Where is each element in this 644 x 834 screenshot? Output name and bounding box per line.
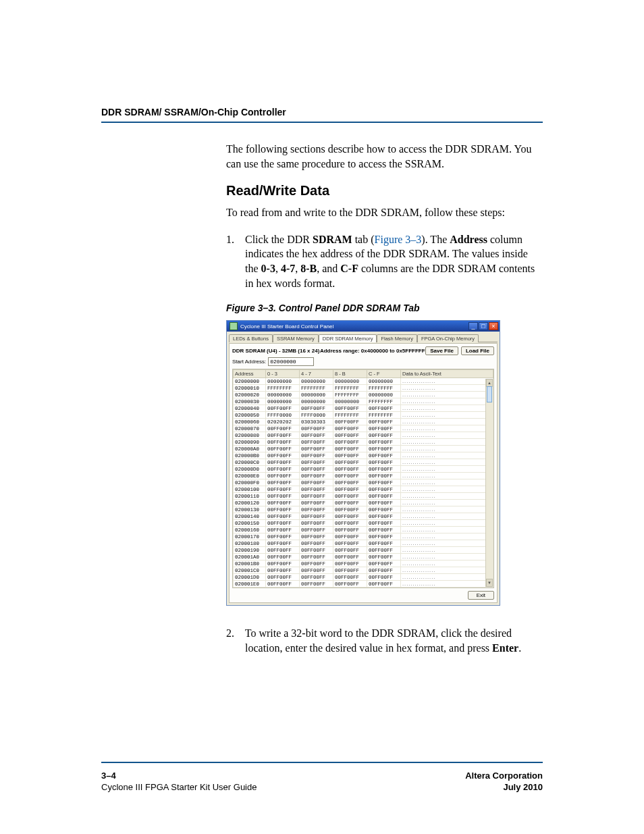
hex-data-cell[interactable]: FFFFFFFF xyxy=(367,412,401,419)
hex-address-cell[interactable]: 02000130 xyxy=(234,506,266,513)
hex-data-cell[interactable]: 00FF00FF xyxy=(266,574,300,581)
hex-data-cell[interactable]: 00000000 xyxy=(266,392,300,398)
hex-address-cell[interactable]: 02000040 xyxy=(234,405,266,412)
hex-data-cell[interactable]: 00FF00FF xyxy=(333,520,367,527)
hex-data-cell[interactable]: 00000000 xyxy=(266,398,300,405)
save-file-button[interactable]: Save File xyxy=(425,346,458,355)
hex-data-cell[interactable]: 00FF00FF xyxy=(266,527,300,533)
start-address-input[interactable] xyxy=(268,357,314,366)
hex-data-cell[interactable]: 00FF00FF xyxy=(333,540,367,547)
hex-data-cell[interactable]: 00FF00FF xyxy=(300,527,333,533)
hex-data-cell[interactable]: 02020202 xyxy=(266,419,300,425)
hex-data-cell[interactable]: 00FF00FF xyxy=(300,405,333,412)
hex-data-cell[interactable]: 00FF00FF xyxy=(266,567,300,574)
hex-address-cell[interactable]: 020001C0 xyxy=(234,567,266,574)
hex-data-cell[interactable]: 00FF00FF xyxy=(333,500,367,506)
hex-address-cell[interactable]: 02000070 xyxy=(234,425,266,432)
hex-data-cell[interactable]: 00FF00FF xyxy=(333,574,367,581)
hex-address-cell[interactable]: 02000090 xyxy=(234,439,266,446)
hex-address-cell[interactable]: 02000170 xyxy=(234,533,266,540)
hex-data-cell[interactable]: 00FF00FF xyxy=(333,581,367,588)
hex-data-cell[interactable]: 00FF00FF xyxy=(300,581,333,588)
hex-data-cell[interactable]: 00FF00FF xyxy=(333,567,367,574)
hex-data-cell[interactable]: 00FF00FF xyxy=(300,452,333,459)
tab-ssram-memory[interactable]: SSRAM Memory xyxy=(273,334,319,342)
hex-data-cell[interactable]: 00FF00FF xyxy=(333,425,367,432)
hex-data-cell[interactable]: 00FF00FF xyxy=(266,554,300,561)
hex-data-cell[interactable]: 00FF00FF xyxy=(266,513,300,520)
hex-data-cell[interactable]: 00FF00FF xyxy=(367,405,401,412)
hex-data-cell[interactable]: FFFFFFFF xyxy=(333,385,367,392)
exit-button[interactable]: Exit xyxy=(468,591,494,600)
scroll-thumb[interactable] xyxy=(487,386,492,402)
hex-address-cell[interactable]: 02000100 xyxy=(234,486,266,493)
hex-data-cell[interactable]: 00FF00FF xyxy=(333,446,367,452)
tab-fpga-on-chip-memory[interactable]: FPGA On-Chip Memory xyxy=(417,334,479,342)
hex-data-cell[interactable]: 00FF00FF xyxy=(300,506,333,513)
figure-3-3-link[interactable]: Figure 3–3 xyxy=(375,234,422,245)
hex-data-cell[interactable]: FFFFFFFF xyxy=(333,412,367,419)
hex-data-cell[interactable]: 00FF00FF xyxy=(266,466,300,473)
hex-data-cell[interactable]: 00FF00FF xyxy=(300,513,333,520)
hex-data-cell[interactable]: 00FF00FF xyxy=(266,493,300,500)
hex-data-cell[interactable]: 00FF00FF xyxy=(300,567,333,574)
hex-col-header[interactable]: 8 - B xyxy=(333,370,367,378)
hex-address-cell[interactable]: 020000F0 xyxy=(234,479,266,486)
hex-address-cell[interactable]: 02000050 xyxy=(234,412,266,419)
hex-data-cell[interactable]: 00FF00FF xyxy=(300,547,333,554)
hex-address-cell[interactable]: 020000A0 xyxy=(234,446,266,452)
hex-data-cell[interactable]: 00FF00FF xyxy=(367,506,401,513)
hex-data-cell[interactable]: 00000000 xyxy=(367,392,401,398)
hex-data-cell[interactable]: 00FF00FF xyxy=(333,561,367,567)
hex-data-cell[interactable]: 00000000 xyxy=(333,398,367,405)
hex-data-cell[interactable]: 00FF00FF xyxy=(367,473,401,479)
hex-data-cell[interactable]: 00FF00FF xyxy=(266,405,300,412)
hex-address-cell[interactable]: 02000030 xyxy=(234,398,266,405)
hex-data-cell[interactable]: 00FF00FF xyxy=(266,473,300,479)
hex-data-cell[interactable]: 00FF00FF xyxy=(266,439,300,446)
hex-address-cell[interactable]: 02000060 xyxy=(234,419,266,425)
hex-data-cell[interactable]: 00FF00FF xyxy=(367,540,401,547)
hex-data-cell[interactable]: FFFF0000 xyxy=(300,412,333,419)
hex-address-cell[interactable]: 02000020 xyxy=(234,392,266,398)
hex-address-cell[interactable]: 02000180 xyxy=(234,540,266,547)
hex-col-header[interactable]: Data to Ascii-Text xyxy=(401,370,493,378)
hex-data-cell[interactable]: 00FF00FF xyxy=(300,493,333,500)
hex-data-cell[interactable]: 00FF00FF xyxy=(266,452,300,459)
hex-data-cell[interactable]: 00FF00FF xyxy=(333,479,367,486)
hex-data-cell[interactable]: 00FF00FF xyxy=(300,486,333,493)
hex-address-cell[interactable]: 02000140 xyxy=(234,513,266,520)
hex-data-cell[interactable]: 00FF00FF xyxy=(300,425,333,432)
hex-data-cell[interactable]: 00FF00FF xyxy=(266,561,300,567)
hex-address-cell[interactable]: 020000D0 xyxy=(234,466,266,473)
hex-col-header[interactable]: 4 - 7 xyxy=(300,370,333,378)
hex-data-cell[interactable]: FFFF0000 xyxy=(266,412,300,419)
minimize-button[interactable]: _ xyxy=(468,322,478,330)
hex-data-cell[interactable]: 00FF00FF xyxy=(367,554,401,561)
hex-address-cell[interactable]: 020001B0 xyxy=(234,561,266,567)
hex-address-cell[interactable]: 02000010 xyxy=(234,385,266,392)
hex-data-cell[interactable]: FFFFFFFF xyxy=(367,398,401,405)
hex-data-cell[interactable]: 00FF00FF xyxy=(367,561,401,567)
hex-data-cell[interactable]: 00FF00FF xyxy=(300,473,333,479)
hex-col-header[interactable]: Address xyxy=(234,370,266,378)
hex-data-cell[interactable]: 00FF00FF xyxy=(266,425,300,432)
hex-data-cell[interactable]: 00FF00FF xyxy=(300,439,333,446)
hex-data-cell[interactable]: 00FF00FF xyxy=(367,500,401,506)
hex-data-cell[interactable]: 00FF00FF xyxy=(367,479,401,486)
hex-data-cell[interactable]: 00FF00FF xyxy=(333,405,367,412)
hex-data-cell[interactable]: FFFFFFFF xyxy=(300,385,333,392)
hex-address-cell[interactable]: 020000C0 xyxy=(234,459,266,466)
hex-data-cell[interactable]: 00000000 xyxy=(367,378,401,385)
hex-address-cell[interactable]: 020001D0 xyxy=(234,574,266,581)
hex-data-cell[interactable]: 00FF00FF xyxy=(266,459,300,466)
hex-data-cell[interactable]: 00FF00FF xyxy=(367,547,401,554)
hex-data-cell[interactable]: FFFFFFFF xyxy=(266,385,300,392)
hex-col-header[interactable]: C - F xyxy=(367,370,401,378)
hex-data-cell[interactable]: 00FF00FF xyxy=(266,533,300,540)
hex-address-cell[interactable]: 02000160 xyxy=(234,527,266,533)
hex-data-cell[interactable]: 00FF00FF xyxy=(333,439,367,446)
titlebar[interactable]: Cyclone III Starter Board Control Panel … xyxy=(227,321,500,332)
hex-data-cell[interactable]: 00FF00FF xyxy=(367,446,401,452)
hex-address-cell[interactable]: 02000000 xyxy=(234,378,266,385)
